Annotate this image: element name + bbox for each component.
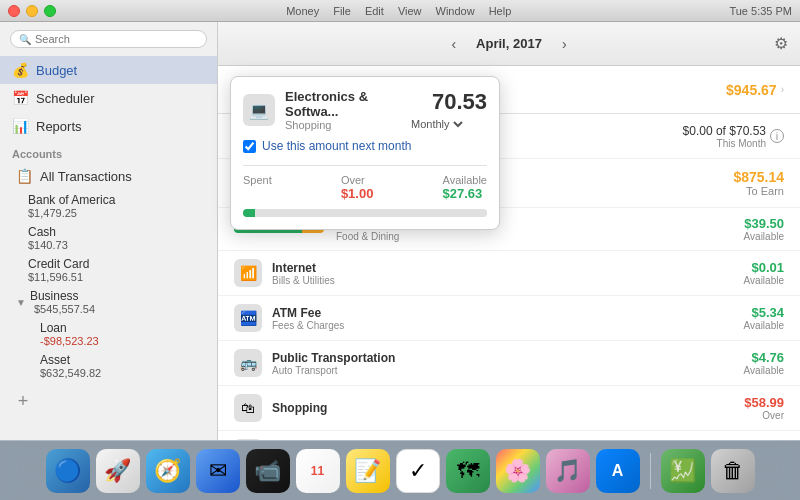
dock-trash[interactable]: 🗑: [711, 449, 755, 493]
internet-icon: 📶: [234, 259, 262, 287]
menu-edit[interactable]: Edit: [365, 5, 384, 17]
budget-icon: 💰: [12, 62, 28, 78]
titlebar: Money File Edit View Window Help Tue 5:3…: [0, 0, 800, 22]
sidebar-item-reports[interactable]: 📊 Reports: [0, 112, 217, 140]
dock-launchpad[interactable]: 🚀: [96, 449, 140, 493]
dock-facetime[interactable]: 📹: [246, 449, 290, 493]
transit-info: Public Transportation Auto Transport: [272, 351, 744, 376]
dock-safari[interactable]: 🧭: [146, 449, 190, 493]
cash-balance: $140.73: [28, 239, 205, 251]
sidebar-item-scheduler[interactable]: 📅 Scheduler: [0, 84, 217, 112]
dock-itunes[interactable]: 🎵: [546, 449, 590, 493]
search-input[interactable]: [35, 33, 198, 45]
internet-amount: $0.01: [744, 260, 784, 275]
fast-food-amount-col: $39.50 Available: [744, 216, 784, 242]
dock-appstore[interactable]: A: [596, 449, 640, 493]
electronics-amount: $0.00 of $70.53: [683, 124, 766, 138]
popup-available-amount: $27.63: [443, 186, 487, 201]
transit-icon: 🚌: [234, 349, 262, 377]
electronics-period: This Month: [683, 138, 766, 149]
menu-money[interactable]: Money: [286, 5, 319, 17]
shopping-name: Shopping: [272, 401, 744, 415]
popup-available-label: Available: [443, 174, 487, 186]
atm-row[interactable]: 🏧 ATM Fee Fees & Charges $5.34 Available: [218, 296, 800, 341]
sidebar-item-all-transactions[interactable]: 📋 All Transactions: [0, 162, 217, 190]
sidebar-account-asset[interactable]: Asset $632,549.82: [0, 350, 217, 382]
add-account-button[interactable]: +: [12, 390, 34, 412]
popup-available-block: Available $27.63: [443, 174, 487, 201]
menu-window[interactable]: Window: [436, 5, 475, 17]
asset-name: Asset: [40, 353, 205, 367]
popup-next-month-checkbox[interactable]: [243, 140, 256, 153]
popup-spent-block: Spent: [243, 174, 272, 201]
asset-balance: $632,549.82: [40, 367, 205, 379]
internet-row[interactable]: 📶 Internet Bills & Utilities $0.01 Avail…: [218, 251, 800, 296]
sidebar-account-cash[interactable]: Cash $140.73: [0, 222, 217, 254]
settings-button[interactable]: ⚙: [774, 34, 788, 53]
groceries-row[interactable]: 🛒 Groceries Food & Dining $48.30 Availab…: [218, 431, 800, 440]
dock-calendar[interactable]: 11: [296, 449, 340, 493]
menu-help[interactable]: Help: [489, 5, 512, 17]
business-chevron: ▼: [16, 297, 26, 308]
popup-amount-input[interactable]: [407, 89, 487, 115]
transit-sub: Auto Transport: [272, 365, 744, 376]
sidebar-account-bank[interactable]: Bank of America $1,479.25: [0, 190, 217, 222]
sidebar-account-loan[interactable]: Loan -$98,523.23: [0, 318, 217, 350]
popup-checkbox-label: Use this amount next month: [262, 139, 411, 153]
bank-name: Bank of America: [28, 193, 205, 207]
traffic-lights: [8, 5, 56, 17]
shopping-row[interactable]: 🛍 Shopping $58.99 Over: [218, 386, 800, 431]
dock-finder[interactable]: 🔵: [46, 449, 90, 493]
electronics-amount-col: $0.00 of $70.53 This Month: [683, 124, 766, 149]
cash-name: Cash: [28, 225, 205, 239]
search-bar[interactable]: 🔍: [10, 30, 207, 48]
dock: 🔵 🚀 🧭 ✉ 📹 11 📝 ✓ 🗺 🌸 🎵 A 💹 🗑: [0, 440, 800, 500]
sidebar-item-scheduler-label: Scheduler: [36, 91, 95, 106]
sidebar-account-business[interactable]: ▼ Business $545,557.54: [0, 286, 217, 318]
income-amount: $945.67: [726, 82, 777, 98]
maximize-button[interactable]: [44, 5, 56, 17]
popup-spent-label: Spent: [243, 174, 272, 186]
close-button[interactable]: [8, 5, 20, 17]
dock-reminders[interactable]: ✓: [396, 449, 440, 493]
titlebar-right: Tue 5:35 PM: [729, 5, 792, 17]
popup-over-amount: $1.00: [341, 186, 374, 201]
atm-amount: $5.34: [744, 305, 784, 320]
menu-file[interactable]: File: [333, 5, 351, 17]
transit-row[interactable]: 🚌 Public Transportation Auto Transport $…: [218, 341, 800, 386]
popup-over-block: Over $1.00: [341, 174, 374, 201]
fast-food-sub: Food & Dining: [336, 231, 744, 242]
business-balance: $545,557.54: [34, 303, 95, 315]
reports-icon: 📊: [12, 118, 28, 134]
sidebar-item-reports-label: Reports: [36, 119, 82, 134]
sidebar: 🔍 💰 Budget 📅 Scheduler 📊 Reports Account…: [0, 22, 218, 440]
electronics-info-button[interactable]: i: [770, 129, 784, 143]
sidebar-item-budget[interactable]: 💰 Budget: [0, 56, 217, 84]
next-period-button[interactable]: ›: [554, 32, 575, 56]
popup-progress-bar: [243, 209, 487, 217]
transit-name: Public Transportation: [272, 351, 744, 365]
time-display: Tue 5:35 PM: [729, 5, 792, 17]
prev-period-button[interactable]: ‹: [443, 32, 464, 56]
loan-balance: -$98,523.23: [40, 335, 205, 347]
atm-status: Available: [744, 320, 784, 331]
menu-bar: Money File Edit View Window Help: [286, 5, 511, 17]
popup-category-sub: Shopping: [285, 119, 397, 131]
atm-info: ATM Fee Fees & Charges: [272, 306, 744, 331]
accounts-section-title: Accounts: [0, 140, 217, 162]
dock-money[interactable]: 💹: [661, 449, 705, 493]
credit-name: Credit Card: [28, 257, 205, 271]
minimize-button[interactable]: [26, 5, 38, 17]
search-icon: 🔍: [19, 34, 31, 45]
sidebar-account-credit[interactable]: Credit Card $11,596.51: [0, 254, 217, 286]
menu-view[interactable]: View: [398, 5, 422, 17]
popup-header: 💻 Electronics & Softwa... Shopping Month…: [243, 89, 487, 131]
dock-maps[interactable]: 🗺: [446, 449, 490, 493]
popup-period-select[interactable]: Monthly Weekly: [407, 117, 466, 131]
dock-photos[interactable]: 🌸: [496, 449, 540, 493]
dock-separator: [650, 453, 651, 489]
dock-notes[interactable]: 📝: [346, 449, 390, 493]
popup-category-icon: 💻: [243, 94, 275, 126]
atm-amount-col: $5.34 Available: [744, 305, 784, 331]
dock-mail[interactable]: ✉: [196, 449, 240, 493]
